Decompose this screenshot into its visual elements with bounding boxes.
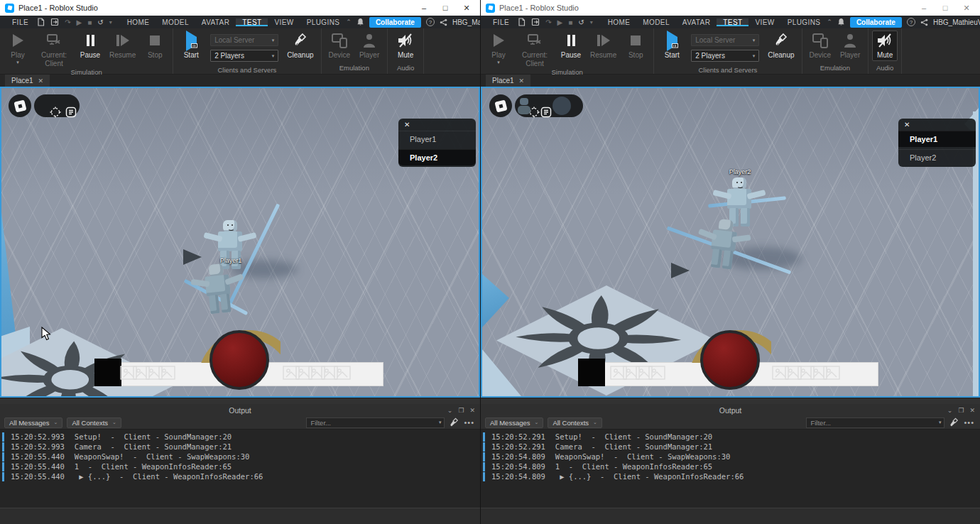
mute-button[interactable]: Mute <box>395 32 416 59</box>
tab-view[interactable]: VIEW <box>748 18 780 26</box>
hotbar-black-slot[interactable] <box>94 359 121 386</box>
open-file-icon[interactable] <box>528 16 543 28</box>
output-log[interactable]: 15:20:52.993Setup! - Client - SoundManag… <box>0 430 480 508</box>
help-icon[interactable]: ? <box>426 18 435 26</box>
player-list-close-icon[interactable]: ✕ <box>398 119 476 129</box>
avatar-button[interactable] <box>552 97 571 115</box>
current-client-button[interactable]: Current: Client <box>37 32 71 67</box>
redo-icon[interactable]: ↷ <box>543 16 554 28</box>
stop-button[interactable]: Stop <box>625 32 646 59</box>
share-icon[interactable] <box>920 18 928 26</box>
maximize-button[interactable]: □ <box>935 1 956 15</box>
game-viewport[interactable]: Player2 ✕ Player1 Player2 <box>481 87 980 398</box>
output-panel-header[interactable]: Output ⌄ ❐ ✕ <box>0 404 480 416</box>
resume-button[interactable]: Resume <box>109 32 136 59</box>
tab-test[interactable]: TEST <box>717 18 748 26</box>
tab-home[interactable]: HOME <box>601 18 637 26</box>
quick-stop-icon[interactable]: ■ <box>85 16 94 28</box>
quickbar-caret-icon[interactable]: ▾ <box>107 16 115 28</box>
quick-play-icon[interactable]: ▶ <box>555 16 566 28</box>
quick-stop-icon[interactable]: ■ <box>565 16 575 28</box>
player-count-dropdown[interactable]: 2 Players▾ <box>210 50 278 62</box>
contexts-filter-dropdown[interactable]: All Contexts⌄ <box>67 417 121 428</box>
output-panel-header[interactable]: Output ⌄ ❐ ✕ <box>481 404 980 416</box>
game-viewport[interactable]: Player1 ✕ Player1 Player2 <box>0 87 480 398</box>
panel-splitter[interactable] <box>481 398 980 404</box>
redo-icon[interactable]: ↷ <box>62 16 73 28</box>
undo-icon[interactable]: ↺ <box>575 16 587 28</box>
contexts-filter-dropdown[interactable]: All Contexts⌄ <box>548 417 602 428</box>
notifications-bell-icon[interactable] <box>837 18 845 26</box>
filter-caret-icon[interactable]: ▾ <box>439 420 445 425</box>
filter-input[interactable] <box>307 419 438 427</box>
collapse-ribbon-icon[interactable]: ⌃ <box>346 18 352 26</box>
collapse-ribbon-icon[interactable]: ⌃ <box>827 18 832 26</box>
server-type-dropdown[interactable]: Local Server▾ <box>691 34 759 46</box>
output-menu-icon[interactable]: ••• <box>464 418 474 427</box>
panel-splitter[interactable] <box>0 398 480 404</box>
maximize-button[interactable]: □ <box>435 1 456 15</box>
close-button[interactable]: ✕ <box>456 1 477 15</box>
notifications-bell-icon[interactable] <box>356 18 364 26</box>
play-button[interactable]: Play▾ <box>488 32 509 64</box>
filter-caret-icon[interactable]: ▾ <box>939 420 944 425</box>
player-list-close-icon[interactable]: ✕ <box>898 119 976 129</box>
tab-home[interactable]: HOME <box>121 18 156 26</box>
share-icon[interactable] <box>440 18 447 26</box>
filter-field[interactable]: ▾ <box>306 417 445 428</box>
tab-close-icon[interactable]: ✕ <box>38 77 44 84</box>
output-collapse-icon[interactable]: ⌄ <box>447 407 453 414</box>
open-file-icon[interactable] <box>48 16 62 28</box>
roblox-menu-button[interactable] <box>489 94 512 117</box>
messages-filter-dropdown[interactable]: All Messages⌄ <box>4 417 62 428</box>
messages-filter-dropdown[interactable]: All Messages⌄ <box>485 417 543 428</box>
player-row-highlighted[interactable]: Player2 <box>398 149 476 165</box>
player-count-dropdown[interactable]: 2 Players▾ <box>691 50 759 62</box>
tab-avatar[interactable]: AVATAR <box>195 18 236 26</box>
output-log[interactable]: 15:20:52.291Setup! - Client - SoundManag… <box>481 430 980 508</box>
player-emulation-button[interactable]: Player <box>839 32 861 59</box>
output-collapse-icon[interactable]: ⌄ <box>947 407 953 414</box>
device-button[interactable]: Device <box>329 32 351 59</box>
device-button[interactable]: Device <box>810 32 832 59</box>
output-close-icon[interactable]: ✕ <box>469 407 475 414</box>
title-bar[interactable]: Place1 - Roblox Studio – □ ✕ <box>481 0 980 16</box>
output-close-icon[interactable]: ✕ <box>969 407 975 414</box>
file-menu[interactable]: FILE <box>487 16 515 28</box>
player-row-highlighted[interactable]: Player1 <box>898 131 976 147</box>
server-type-dropdown[interactable]: Local Server▾ <box>210 34 278 46</box>
mute-button-active[interactable]: Mute <box>872 31 898 61</box>
minimize-button[interactable]: – <box>913 1 935 15</box>
play-button[interactable]: Play▾ <box>7 32 28 64</box>
file-menu[interactable]: FILE <box>6 16 34 28</box>
output-float-icon[interactable]: ❐ <box>958 407 964 414</box>
player-row[interactable]: Player1 <box>398 131 476 147</box>
cleanup-button[interactable]: Cleanup <box>287 32 313 59</box>
username[interactable]: HBG_MathieuVN <box>933 18 980 26</box>
document-tab-place1[interactable]: Place1 ✕ <box>486 75 530 87</box>
start-server-button[interactable]: Start <box>661 32 682 59</box>
output-menu-icon[interactable]: ••• <box>964 418 974 427</box>
tab-plugins[interactable]: PLUGINS <box>300 18 347 26</box>
resume-button[interactable]: Resume <box>590 32 616 59</box>
roblox-menu-button[interactable] <box>9 94 31 117</box>
tab-test[interactable]: TEST <box>236 18 268 26</box>
help-icon[interactable]: ? <box>907 18 915 26</box>
new-file-icon[interactable] <box>34 16 48 28</box>
clear-output-icon[interactable] <box>449 417 459 428</box>
pause-button[interactable]: Pause <box>80 32 101 59</box>
collaborate-button[interactable]: Collaborate <box>850 17 902 28</box>
hotbar-black-slot[interactable] <box>578 359 605 386</box>
quick-play-icon[interactable]: ▶ <box>74 16 85 28</box>
tab-close-icon[interactable]: ✕ <box>519 77 525 84</box>
tab-model[interactable]: MODEL <box>156 18 195 26</box>
big-red-button[interactable] <box>209 330 269 390</box>
big-red-button[interactable] <box>700 330 760 390</box>
filter-input[interactable] <box>807 419 938 427</box>
start-server-button[interactable]: Start <box>180 32 202 59</box>
tab-plugins[interactable]: PLUGINS <box>781 18 827 26</box>
collaborate-button[interactable]: Collaborate <box>369 17 421 28</box>
quickbar-caret-icon[interactable]: ▾ <box>587 16 596 28</box>
current-client-button[interactable]: Current: Client <box>518 32 552 67</box>
undo-icon[interactable]: ↺ <box>94 16 106 28</box>
